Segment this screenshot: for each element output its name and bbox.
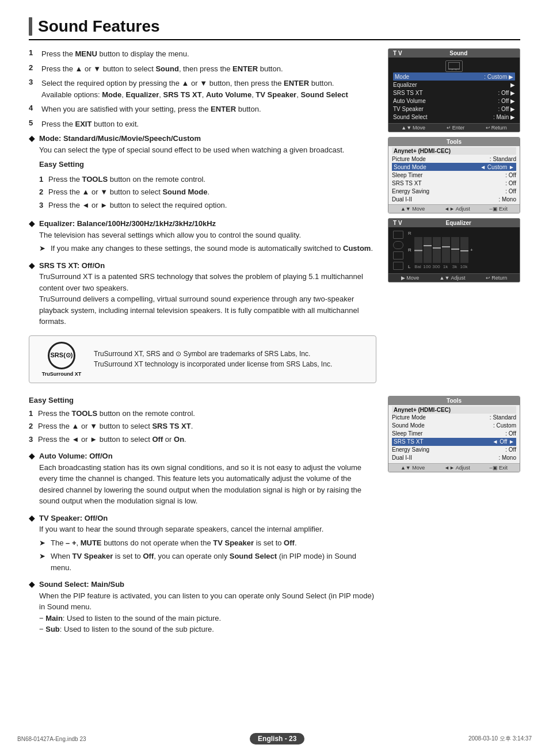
tv-tvspeaker-row: TV Speaker : Off ▶ [393, 105, 515, 113]
tools-screenshot-1: Tools Anynet+ (HDMI-CEC) Picture Mode : … [388, 137, 520, 213]
tools2-srs-row: SRS TS XT ◄ Off ► [392, 438, 516, 446]
tv-sound-screenshot: T V Sound Mode : Custom ▶ Equ [388, 48, 520, 132]
tools2-picturemode-row: Picture Mode : Standard [392, 414, 516, 422]
box-icon-small [393, 251, 403, 259]
mode-easy-setting: Easy Setting 1 Press the TOOLS button on… [39, 159, 376, 211]
step-1: 1 Press the MENU button to display the m… [29, 48, 376, 60]
bullet-tv-speaker: ◆ TV Speaker: Off/On If you want to hear… [29, 513, 376, 574]
srs-step-3: 3 Press the ◄ or ► button to select Off … [29, 434, 376, 445]
box-icon-small2 [393, 262, 403, 270]
svg-rect-0 [448, 62, 460, 69]
step-3: 3 Select the required option by pressing… [29, 78, 376, 100]
tools-sleeptimer-row: Sleep Timer : Off [392, 171, 516, 179]
footer-date: 2008-03-10 오후 3:14:37 [468, 735, 532, 743]
bottom-right: Tools Anynet+ (HDMI-CEC) Picture Mode : … [388, 396, 520, 641]
tv-icon [445, 60, 463, 72]
step-5: 5 Press the EXIT button to exit. [29, 119, 376, 130]
page: Sound Features 1 Press the MENU button t… [0, 0, 549, 756]
tools-soundmode-row: Sound Mode ◄ Custom ► [392, 163, 516, 171]
srs-trademark-text: TruSurround XT, SRS and ⊙ Symbol are tra… [94, 349, 332, 369]
step-4: 4 When you are satisfied with your setti… [29, 104, 376, 115]
tv-soundselect-row: Sound Select : Main ▶ [393, 113, 515, 121]
circle-icon-small [393, 241, 403, 249]
mode-step-3: 3 Press the ◄ or ► button to select the … [39, 200, 376, 211]
tv-mode-row: Mode : Custom ▶ [393, 72, 515, 81]
bullet-srs: ◆ SRS TS XT: Off/On TruSurround XT is a … [29, 260, 376, 327]
tools2-sleeptimer-row: Sleep Timer : Off [392, 430, 516, 438]
tv-icon-small [393, 231, 403, 239]
bullet-mode: ◆ Mode: Standard/Music/Movie/Speech/Cust… [29, 133, 376, 212]
tv-equalizer-row: Equalizer ▶ [393, 81, 515, 89]
page-footer: BN68-01427A-Eng.indb 23 English - 23 200… [0, 733, 549, 744]
main-layout: 1 Press the MENU button to display the m… [29, 48, 520, 394]
srs-step-1: 1 Press the TOOLS button on the remote c… [29, 408, 376, 419]
bullet-sound-select: ◆ Sound Select: Main/Sub When the PIP fe… [29, 579, 376, 635]
tools2-energysaving-row: Energy Saving : Off [392, 446, 516, 454]
mode-step-1: 1 Press the TOOLS button on the remote c… [39, 174, 376, 185]
step-2: 2 Press the ▲ or ▼ button to select Soun… [29, 63, 376, 75]
tools-picturemode-row: Picture Mode : Standard [392, 155, 516, 163]
tv-autovolume-row: Auto Volume : Off ▶ [393, 97, 515, 105]
tools-energysaving-row1: Energy Saving : Off [392, 187, 516, 195]
tv-side-icons [393, 231, 406, 270]
tools-screenshot-2: Tools Anynet+ (HDMI-CEC) Picture Mode : … [388, 396, 520, 472]
eq-bars-container: R R [408, 231, 515, 270]
eq-screenshot: T V Equalizer [388, 218, 520, 282]
srs-logo: SRS(⊙) TruSurround XT [39, 342, 85, 377]
bottom-left: Easy Setting 1 Press the TOOLS button on… [29, 396, 376, 641]
tools2-anynet-row: Anynet+ (HDMI-CEC) [392, 406, 516, 414]
tools-dual-row1: Dual I-II : Mono [392, 195, 516, 203]
srs-easy-setting: Easy Setting 1 Press the TOOLS button on… [29, 396, 376, 445]
right-column: T V Sound Mode : Custom ▶ Equ [388, 48, 520, 394]
title-accent [29, 17, 32, 36]
title-bar: Sound Features [29, 17, 520, 40]
page-number-badge: English - 23 [250, 733, 304, 744]
tools2-soundmode-row: Sound Mode : Custom [392, 422, 516, 430]
tv-srs-row: SRS TS XT : Off ▶ [393, 89, 515, 97]
tv-speaker-note2: ➤ When TV Speaker is set to Off, you can… [39, 551, 376, 573]
tools2-dual-row: Dual I-II : Mono [392, 454, 516, 462]
srs-trademark-box: SRS(⊙) TruSurround XT TruSurround XT, SR… [29, 335, 376, 383]
bottom-section: Easy Setting 1 Press the TOOLS button on… [29, 396, 520, 641]
srs-step-2: 2 Press the ▲ or ▼ button to select SRS … [29, 421, 376, 432]
bullet-auto-volume: ◆ Auto Volume: Off/On Each broadcasting … [29, 450, 376, 507]
tools-anynet-row: Anynet+ (HDMI-CEC) [392, 147, 516, 155]
eq-bars [414, 237, 468, 263]
equalizer-note: ➤ If you make any changes to these setti… [39, 243, 376, 254]
page-title: Sound Features [38, 17, 160, 36]
srs-circle-icon: SRS(⊙) [48, 342, 75, 369]
left-column: 1 Press the MENU button to display the m… [29, 48, 376, 394]
tools-srs-row1: SRS TS XT : Off [392, 179, 516, 187]
bullet-equalizer: ◆ Equalizer: Balance/100Hz/300Hz/1kHz/3k… [29, 218, 376, 254]
footer-file: BN68-01427A-Eng.indb 23 [17, 736, 86, 742]
mode-step-2: 2 Press the ▲ or ▼ button to select Soun… [39, 186, 376, 198]
tv-speaker-note1: ➤ The – +, MUTE buttons do not operate w… [39, 537, 376, 549]
